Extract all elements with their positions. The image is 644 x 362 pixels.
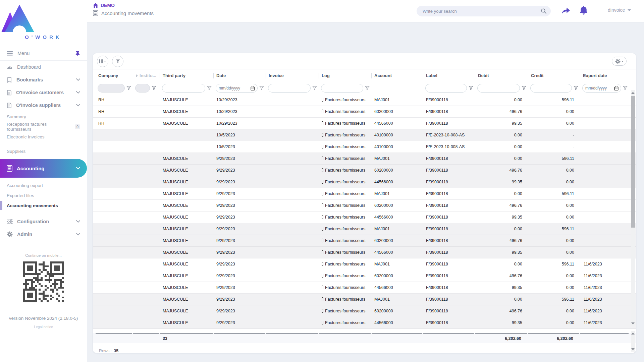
table-row[interactable]: RHMAJUSCULE10/29/2023Factures fournisseu…	[93, 106, 636, 118]
search-input[interactable]	[423, 9, 541, 14]
cell-debit: 0.00	[475, 297, 528, 302]
columns-button[interactable]	[97, 56, 108, 67]
sidebar-subitem-receptions[interactable]: Réceptions factures fournisseurs 0	[0, 122, 87, 132]
scroll-down-arrow-icon[interactable]	[631, 348, 635, 350]
col-header-invoice[interactable]: Invoice	[266, 69, 319, 82]
col-header-debit[interactable]: Debit	[475, 69, 528, 82]
vertical-scrollbar[interactable]	[631, 90, 635, 326]
filter-date-input[interactable]	[219, 86, 255, 90]
table-row[interactable]: MAJUSCULE9/29/2023Factures fournisseurs4…	[93, 282, 636, 294]
filter-export-date-input[interactable]	[585, 86, 618, 90]
funnel-icon[interactable]	[365, 86, 370, 90]
table-row[interactable]: RHMAJUSCULE10/29/2023Factures fournisseu…	[93, 94, 636, 106]
sidebar-item-oinvoice-suppliers[interactable]: O'Invoice suppliers	[0, 99, 87, 112]
cell-account: 44566000	[372, 320, 423, 325]
col-header-label[interactable]: Label	[423, 69, 475, 82]
sidebar-item-bookmarks[interactable]: Bookmarks	[0, 73, 87, 86]
table-row[interactable]: MAJUSCULE9/29/2023Factures fournisseurs6…	[93, 305, 636, 317]
funnel-icon[interactable]	[623, 86, 628, 90]
cell-label: F/39000118	[423, 180, 475, 184]
menu-toggle[interactable]: Menu	[0, 46, 87, 61]
col-header-date[interactable]: Date	[214, 69, 266, 82]
share-icon[interactable]	[561, 5, 571, 15]
sidebar-item-admin[interactable]: Admin	[0, 228, 87, 241]
filter-label-input[interactable]	[428, 86, 464, 90]
table-row[interactable]: MAJUSCULE9/29/2023Factures fournisseursM…	[93, 188, 636, 200]
funnel-icon[interactable]	[522, 86, 526, 90]
filter-invoice-input[interactable]	[271, 86, 308, 90]
footer-scrollbar[interactable]	[631, 331, 635, 352]
funnel-icon[interactable]	[152, 86, 156, 90]
filter-third-party-input[interactable]	[165, 86, 202, 90]
table-row[interactable]: MAJUSCULE9/29/2023Factures fournisseurs6…	[93, 165, 636, 176]
funnel-icon[interactable]	[469, 86, 473, 90]
filter-button[interactable]	[112, 56, 123, 67]
sidebar-subitem-suppliers[interactable]: Suppliers	[0, 146, 87, 156]
table-row[interactable]: MAJUSCULE9/29/2023Factures fournisseurs4…	[93, 317, 636, 329]
expand-column-icon[interactable]	[136, 74, 138, 77]
table-row[interactable]: MAJUSCULE9/29/2023Factures fournisseursM…	[93, 223, 636, 235]
user-menu[interactable]: dinvoice	[608, 7, 631, 13]
table-row[interactable]: MAJUSCULE9/29/2023Factures fournisseurs4…	[93, 176, 636, 188]
sidebar-item-accounting[interactable]: Accounting	[0, 159, 87, 178]
col-header-log[interactable]: Log	[319, 69, 372, 82]
table-settings-button[interactable]	[612, 57, 627, 66]
funnel-icon[interactable]	[207, 86, 212, 90]
sidebar-subitem-summary[interactable]: Summary	[0, 112, 87, 122]
funnel-icon[interactable]	[574, 86, 578, 90]
filter-log-input[interactable]	[324, 86, 360, 90]
table-row[interactable]: MAJUSCULE9/29/2023Factures fournisseurs6…	[93, 270, 636, 282]
sidebar-subitem-exported-files[interactable]: Exported files	[0, 190, 87, 200]
cell-third-party: MAJUSCULE	[160, 168, 214, 173]
cell-date: 9/29/2023	[214, 203, 266, 208]
table-row[interactable]: MAJUSCULE9/29/2023Factures fournisseursM…	[93, 294, 636, 305]
table-row[interactable]: RHMAJUSCULE10/29/2023Factures fournisseu…	[93, 118, 636, 129]
calendar-icon[interactable]	[251, 86, 255, 90]
sidebar-item-oinvoice-customers[interactable]: O'Invoice customers	[0, 86, 87, 99]
col-header-third-party[interactable]: Third party	[160, 69, 214, 82]
cell-log: Factures fournisseurs	[319, 262, 372, 266]
scrollbar-thumb[interactable]	[631, 96, 635, 228]
notifications-bell-icon[interactable]	[579, 5, 588, 15]
filter-debit-input[interactable]	[480, 86, 517, 90]
table-row[interactable]: 10/5/2023Factures fournisseurs40100000F/…	[93, 141, 636, 153]
table-row[interactable]: MAJUSCULE9/29/2023Factures fournisseurs6…	[93, 235, 636, 247]
pin-icon[interactable]	[75, 51, 80, 56]
sidebar-subitem-accounting-export[interactable]: Accounting export	[0, 180, 87, 190]
col-header-credit[interactable]: Credit	[528, 69, 580, 82]
funnel-icon[interactable]	[126, 86, 131, 90]
cell-third-party: MAJUSCULE	[160, 250, 214, 255]
col-header-export-date[interactable]: Export date	[580, 69, 630, 82]
cell-third-party: MAJUSCULE	[160, 297, 214, 302]
funnel-icon[interactable]	[259, 86, 264, 90]
sidebar-item-configuration[interactable]: Configuration	[0, 215, 87, 228]
table-row[interactable]: MAJUSCULE9/29/2023Factures fournisseurs4…	[93, 212, 636, 223]
cell-log: Factures fournisseurs	[319, 250, 372, 255]
scroll-up-arrow-icon[interactable]	[631, 333, 635, 335]
table-row[interactable]: MAJUSCULE9/29/2023Factures fournisseurs4…	[93, 247, 636, 258]
sidebar-subitem-accounting-movements[interactable]: Accounting movements	[0, 200, 87, 210]
sidebar-item-dashboard[interactable]: Dashboard	[0, 61, 87, 73]
scroll-down-arrow-icon[interactable]	[631, 322, 635, 324]
scroll-up-arrow-icon[interactable]	[631, 92, 635, 94]
cell-credit: 0.00	[528, 180, 580, 184]
col-header-institution[interactable]: Institu...	[133, 69, 160, 82]
table-row[interactable]: MAJUSCULE9/29/2023Factures fournisseurs6…	[93, 200, 636, 212]
legal-notice-link[interactable]: Legal notice	[0, 325, 87, 329]
calendar-icon[interactable]	[614, 86, 619, 90]
col-header-account[interactable]: Account	[372, 69, 423, 82]
breadcrumb-home[interactable]: DEMO	[93, 3, 154, 8]
table-row[interactable]: MAJUSCULE9/29/2023Factures fournisseursM…	[93, 153, 636, 165]
caret-down-icon	[628, 9, 631, 11]
filter-credit-input[interactable]	[533, 86, 569, 90]
sidebar-subitem-electronic-invoices[interactable]: Electronic Invoices	[0, 132, 87, 142]
cell-label: F/39000118	[423, 191, 475, 196]
cell-credit: 0.00	[528, 250, 580, 255]
table-row[interactable]: 10/5/2023Factures fournisseurs40100000F/…	[93, 129, 636, 141]
col-header-company[interactable]: Company	[96, 69, 133, 82]
logo-mountain-icon	[0, 4, 35, 34]
search-icon[interactable]	[541, 8, 547, 14]
table-row[interactable]: MAJUSCULE9/29/2023Factures fournisseursM…	[93, 258, 636, 270]
funnel-icon[interactable]	[312, 86, 317, 90]
gear-icon	[615, 59, 621, 64]
